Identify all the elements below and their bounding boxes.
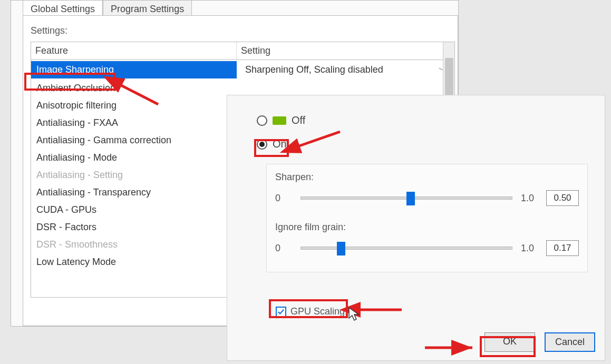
feature-label: Image Sharpening	[31, 61, 237, 78]
feature-label: Antialiasing - FXAA	[31, 114, 237, 132]
column-header-setting[interactable]: Setting	[237, 42, 454, 60]
feature-label: Antialiasing - Setting	[31, 166, 237, 184]
feature-row-image-sharpening[interactable]: Image Sharpening Sharpening Off, Scaling…	[31, 60, 454, 80]
slider-thumb[interactable]	[337, 242, 345, 255]
gpu-scaling-label: GPU Scaling	[290, 306, 345, 317]
checkbox-icon	[276, 307, 286, 317]
scrollbar-thumb[interactable]	[445, 58, 453, 95]
slider-group: Sharpen: 0 1.0 0.50 Ignore film grain: 0…	[266, 164, 588, 272]
gpu-scaling-checkbox[interactable]: GPU Scaling	[276, 306, 345, 317]
feature-label: Anisotropic filtering	[31, 97, 237, 114]
feature-label: CUDA - GPUs	[31, 201, 237, 219]
setting-value: Sharpening Off, Scaling disabled	[245, 64, 383, 75]
sharpen-value-box[interactable]: 0.50	[546, 190, 579, 206]
feature-label: Antialiasing - Mode	[31, 149, 237, 166]
radio-on-label: On	[273, 138, 287, 150]
radio-icon	[257, 139, 267, 150]
sharpen-max: 1.0	[521, 193, 538, 204]
nvidia-badge-icon	[273, 116, 286, 125]
grain-slider[interactable]	[300, 247, 512, 250]
sharpening-popup: Off On Sharpen: 0 1.0 0.50 Ignore film g…	[227, 95, 605, 361]
sharpen-min: 0	[275, 193, 292, 204]
ok-button[interactable]: OK	[484, 332, 535, 352]
grain-min: 0	[275, 243, 292, 254]
feature-label: Low Latency Mode	[31, 253, 237, 271]
feature-label: Antialiasing - Gamma correction	[31, 132, 237, 149]
setting-dropdown[interactable]: Sharpening Off, Scaling disabled ﹀	[242, 63, 449, 76]
grain-label: Ignore film grain:	[275, 222, 579, 233]
feature-label: Antialiasing - Transparency	[31, 184, 237, 201]
settings-label: Settings:	[31, 25, 450, 36]
radio-off[interactable]: Off	[257, 114, 305, 126]
column-header-feature[interactable]: Feature	[31, 42, 237, 60]
cancel-button[interactable]: Cancel	[545, 332, 595, 352]
slider-thumb[interactable]	[406, 192, 415, 205]
radio-on[interactable]: On	[257, 138, 305, 150]
feature-label: DSR - Smoothness	[31, 236, 237, 253]
radio-icon	[257, 115, 267, 126]
feature-label: DSR - Factors	[31, 219, 237, 236]
grain-max: 1.0	[521, 243, 538, 254]
sharpen-label: Sharpen:	[275, 172, 579, 183]
sharpen-slider[interactable]	[300, 196, 512, 200]
grain-value-box[interactable]: 0.17	[546, 240, 579, 256]
radio-off-label: Off	[292, 114, 305, 126]
feature-label: Ambient Occlusion	[31, 80, 237, 97]
